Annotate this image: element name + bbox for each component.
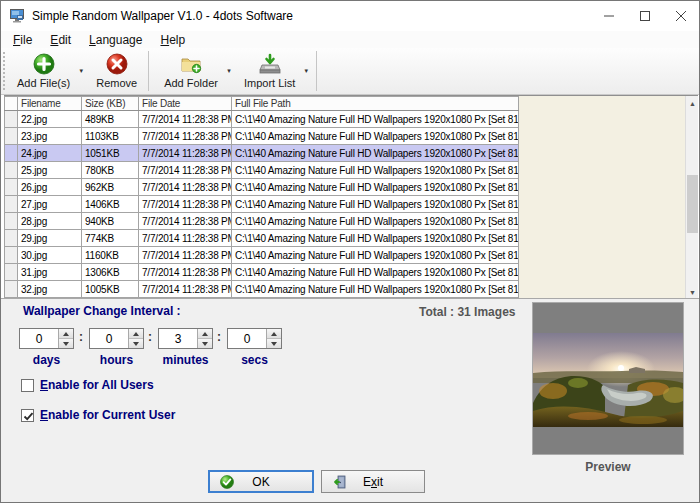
cell-path[interactable]: C:\1\40 Amazing Nature Full HD Wallpaper… [232,247,519,264]
cell-date[interactable]: 7/7/2014 11:28:38 PM [139,230,232,247]
cell-path[interactable]: C:\1\40 Amazing Nature Full HD Wallpaper… [232,145,519,162]
hours-spinner[interactable]: 0 [89,328,144,349]
cell-date[interactable]: 7/7/2014 11:28:38 PM [139,111,232,128]
exit-button[interactable]: Exit [321,470,425,493]
enable-all-users-checkbox[interactable] [21,379,34,392]
days-down-button[interactable] [59,339,73,348]
import-list-button[interactable]: Import List [238,49,301,93]
cell-filename[interactable]: 27.jpg [18,196,82,213]
minutes-value[interactable]: 3 [159,329,197,348]
cell-path[interactable]: C:\1\40 Amazing Nature Full HD Wallpaper… [232,281,519,298]
table-row[interactable]: 29.jpg774KB7/7/2014 11:28:38 PMC:\1\40 A… [5,230,519,247]
row-header-cell[interactable] [5,264,18,281]
cell-size[interactable]: 940KB [82,213,139,230]
cell-date[interactable]: 7/7/2014 11:28:38 PM [139,213,232,230]
minutes-down-button[interactable] [198,339,212,348]
minimize-button[interactable] [591,1,627,31]
enable-current-user-label[interactable]: Enable for Current User [40,408,175,422]
column-header-size[interactable]: Size (KB) [82,97,139,111]
cell-size[interactable]: 1005KB [82,281,139,298]
menu-language[interactable]: Language [80,32,151,48]
cell-date[interactable]: 7/7/2014 11:28:38 PM [139,196,232,213]
cell-filename[interactable]: 22.jpg [18,111,82,128]
cell-filename[interactable]: 28.jpg [18,213,82,230]
cell-filename[interactable]: 29.jpg [18,230,82,247]
row-header-cell[interactable] [5,128,18,145]
cell-path[interactable]: C:\1\40 Amazing Nature Full HD Wallpaper… [232,179,519,196]
cell-date[interactable]: 7/7/2014 11:28:38 PM [139,145,232,162]
row-header-cell[interactable] [5,281,18,298]
minutes-spinner[interactable]: 3 [158,328,213,349]
cell-date[interactable]: 7/7/2014 11:28:38 PM [139,179,232,196]
enable-all-users-label[interactable]: Enable for All Users [40,378,154,392]
hours-up-button[interactable] [129,329,143,339]
enable-current-user-checkbox[interactable] [21,409,34,422]
scroll-up-arrow[interactable]: ▲ [686,96,698,110]
row-header-cell[interactable] [5,111,18,128]
days-value[interactable]: 0 [20,329,58,348]
table-row[interactable]: 31.jpg1306KB7/7/2014 11:28:38 PMC:\1\40 … [5,264,519,281]
table-row[interactable]: 22.jpg489KB7/7/2014 11:28:38 PMC:\1\40 A… [5,111,519,128]
cell-path[interactable]: C:\1\40 Amazing Nature Full HD Wallpaper… [232,230,519,247]
cell-filename[interactable]: 30.jpg [18,247,82,264]
secs-up-button[interactable] [267,329,281,339]
cell-filename[interactable]: 32.jpg [18,281,82,298]
table-row[interactable]: 26.jpg962KB7/7/2014 11:28:38 PMC:\1\40 A… [5,179,519,196]
cell-size[interactable]: 1160KB [82,247,139,264]
menu-file[interactable]: File [4,32,41,48]
scrollbar-thumb[interactable] [687,175,698,233]
cell-size[interactable]: 1051KB [82,145,139,162]
row-header-cell[interactable] [5,230,18,247]
cell-date[interactable]: 7/7/2014 11:28:38 PM [139,128,232,145]
hours-down-button[interactable] [129,339,143,348]
secs-value[interactable]: 0 [228,329,266,348]
close-button[interactable] [663,1,699,31]
cell-date[interactable]: 7/7/2014 11:28:38 PM [139,264,232,281]
cell-path[interactable]: C:\1\40 Amazing Nature Full HD Wallpaper… [232,213,519,230]
cell-path[interactable]: C:\1\40 Amazing Nature Full HD Wallpaper… [232,196,519,213]
row-header-cell[interactable] [5,145,18,162]
cell-size[interactable]: 1306KB [82,264,139,281]
cell-size[interactable]: 962KB [82,179,139,196]
table-row[interactable]: 25.jpg780KB7/7/2014 11:28:38 PMC:\1\40 A… [5,162,519,179]
cell-size[interactable]: 780KB [82,162,139,179]
cell-path[interactable]: C:\1\40 Amazing Nature Full HD Wallpaper… [232,162,519,179]
hours-value[interactable]: 0 [90,329,128,348]
table-row[interactable]: 23.jpg1103KB7/7/2014 11:28:38 PMC:\1\40 … [5,128,519,145]
cell-size[interactable]: 489KB [82,111,139,128]
row-header-cell[interactable] [5,196,18,213]
cell-filename[interactable]: 25.jpg [18,162,82,179]
column-header-filedate[interactable]: File Date [139,97,232,111]
scroll-down-arrow[interactable]: ▼ [686,285,698,298]
import-list-dropdown-arrow[interactable]: ▾ [301,49,311,93]
cell-date[interactable]: 7/7/2014 11:28:38 PM [139,162,232,179]
row-header-cell[interactable] [5,213,18,230]
menu-help[interactable]: Help [151,32,194,48]
ok-button[interactable]: OK [208,470,314,493]
cell-filename[interactable]: 31.jpg [18,264,82,281]
table-row[interactable]: 27.jpg1406KB7/7/2014 11:28:38 PMC:\1\40 … [5,196,519,213]
table-row[interactable]: 28.jpg940KB7/7/2014 11:28:38 PMC:\1\40 A… [5,213,519,230]
table-row[interactable]: 30.jpg1160KB7/7/2014 11:28:38 PMC:\1\40 … [5,247,519,264]
add-files-dropdown-arrow[interactable]: ▾ [76,49,86,93]
cell-date[interactable]: 7/7/2014 11:28:38 PM [139,281,232,298]
table-row[interactable]: 24.jpg1051KB7/7/2014 11:28:38 PMC:\1\40 … [5,145,519,162]
column-header-filename[interactable]: Filename [18,97,82,111]
column-header-path[interactable]: Full File Path [232,97,519,111]
row-header-cell[interactable] [5,247,18,264]
add-folder-dropdown-arrow[interactable]: ▾ [224,49,234,93]
cell-size[interactable]: 1103KB [82,128,139,145]
cell-date[interactable]: 7/7/2014 11:28:38 PM [139,247,232,264]
row-header-cell[interactable] [5,162,18,179]
secs-down-button[interactable] [267,339,281,348]
cell-path[interactable]: C:\1\40 Amazing Nature Full HD Wallpaper… [232,111,519,128]
remove-button[interactable]: Remove [90,49,143,93]
add-folder-button[interactable]: Add Folder [158,49,224,93]
maximize-button[interactable] [627,1,663,31]
secs-spinner[interactable]: 0 [227,328,282,349]
cell-filename[interactable]: 26.jpg [18,179,82,196]
cell-path[interactable]: C:\1\40 Amazing Nature Full HD Wallpaper… [232,264,519,281]
minutes-up-button[interactable] [198,329,212,339]
days-up-button[interactable] [59,329,73,339]
cell-size[interactable]: 1406KB [82,196,139,213]
